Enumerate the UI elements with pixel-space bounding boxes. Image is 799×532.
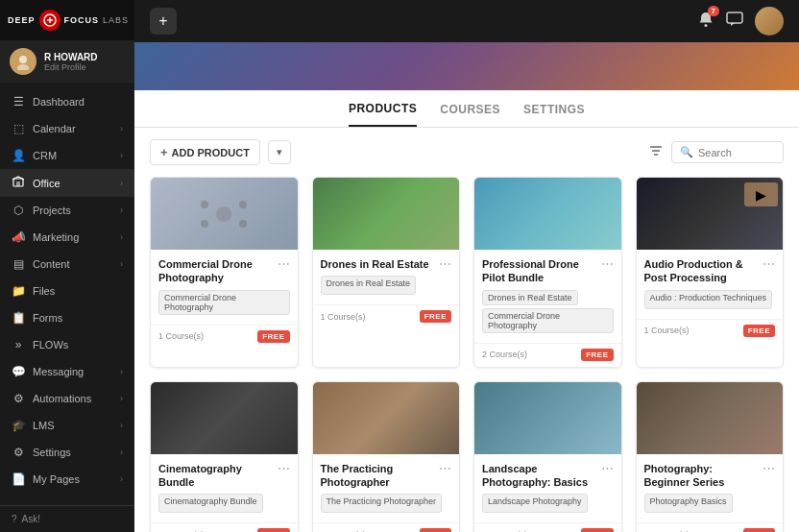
sidebar-item-forms[interactable]: 📋 Forms bbox=[0, 304, 134, 331]
help-button[interactable]: ? Ask! bbox=[0, 505, 134, 532]
toolbar-right: 🔍 bbox=[648, 141, 784, 163]
sidebar-item-content[interactable]: ▤ Content › bbox=[0, 251, 134, 278]
search-icon: 🔍 bbox=[680, 146, 693, 158]
product-footer: 1 Course(s) FREE bbox=[151, 522, 298, 532]
chat-button[interactable] bbox=[726, 11, 743, 32]
product-card: The Practicing Photographer ⋯ The Practi… bbox=[312, 381, 461, 532]
product-menu-button[interactable]: ⋯ bbox=[763, 461, 775, 475]
plus-icon: + bbox=[160, 145, 168, 159]
product-footer: 2 Course(s) FREE bbox=[474, 343, 621, 367]
tab-settings[interactable]: SETTINGS bbox=[523, 103, 585, 126]
chevron-right-icon: › bbox=[120, 447, 123, 457]
product-card: Landscape Photography: Basics ⋯ Landscap… bbox=[473, 381, 622, 532]
search-box: 🔍 bbox=[671, 141, 784, 163]
product-footer: 1 Course(s) FREE bbox=[637, 522, 784, 532]
add-product-label: ADD PRODUCT bbox=[172, 147, 250, 158]
add-button[interactable]: + bbox=[150, 8, 177, 35]
svg-point-4 bbox=[17, 64, 29, 70]
chevron-right-icon: › bbox=[120, 394, 123, 403]
tabs-bar: PRODUCTS COURSES SETTINGS bbox=[134, 90, 799, 128]
sort-button[interactable] bbox=[648, 143, 664, 161]
product-title-row: Landscape Photography: Basics ⋯ bbox=[482, 462, 614, 490]
sidebar-item-label: Messaging bbox=[33, 366, 84, 377]
product-thumbnail bbox=[313, 178, 460, 250]
user-avatar-topbar[interactable] bbox=[755, 7, 784, 36]
add-product-dropdown[interactable]: ▾ bbox=[268, 140, 291, 164]
sidebar-item-calendar[interactable]: ⬚ Calendar › bbox=[0, 115, 134, 142]
my-pages-icon: 📄 bbox=[12, 472, 25, 486]
content-area: PRODUCTS COURSES SETTINGS + ADD PRODUCT … bbox=[134, 90, 799, 532]
product-menu-button[interactable]: ⋯ bbox=[439, 461, 451, 475]
product-menu-button[interactable]: ⋯ bbox=[601, 461, 614, 475]
product-card: Cinematography Bundle ⋯ Cinematography B… bbox=[150, 381, 299, 532]
svg-point-9 bbox=[216, 206, 231, 222]
sidebar-item-automations[interactable]: ⚙ Automations › bbox=[0, 385, 134, 412]
content-icon: ▤ bbox=[12, 257, 25, 271]
courses-count: 1 Course(s) bbox=[158, 331, 204, 341]
product-thumbnail bbox=[474, 178, 621, 250]
help-label: Ask! bbox=[22, 514, 40, 524]
product-tags: Landscape Photography bbox=[482, 494, 614, 513]
product-thumbnail: ▶ bbox=[637, 178, 784, 250]
chevron-right-icon: › bbox=[120, 367, 123, 376]
product-thumbnail bbox=[474, 382, 621, 454]
sidebar-item-marketing[interactable]: 📣 Marketing › bbox=[0, 224, 134, 251]
search-input[interactable] bbox=[698, 147, 775, 158]
product-menu-button[interactable]: ⋯ bbox=[278, 256, 290, 271]
sidebar-item-my-pages[interactable]: 📄 My Pages › bbox=[0, 466, 134, 493]
product-title-row: Audio Production & Post Processing ⋯ bbox=[644, 257, 776, 285]
sidebar: DEEP FOCUS LABS « R HOWARD Edit Profile bbox=[0, 0, 134, 532]
sidebar-item-label: Files bbox=[33, 285, 55, 297]
chevron-right-icon: › bbox=[120, 259, 123, 269]
user-info: R HOWARD Edit Profile bbox=[44, 52, 98, 72]
tab-products[interactable]: PRODUCTS bbox=[349, 102, 417, 127]
sidebar-item-label: My Pages bbox=[33, 473, 80, 485]
sidebar-item-settings[interactable]: ⚙ Settings › bbox=[0, 439, 134, 466]
product-menu-button[interactable]: ⋯ bbox=[601, 256, 614, 271]
free-badge: FREE bbox=[743, 528, 775, 532]
product-tags: Cinematography Bundle bbox=[158, 494, 290, 513]
sidebar-item-office[interactable]: Office › bbox=[0, 169, 134, 197]
projects-icon: ⬡ bbox=[12, 204, 25, 217]
product-thumbnail bbox=[151, 178, 298, 250]
product-tags: Audio : Production Techniques bbox=[644, 290, 776, 309]
add-product-button[interactable]: + ADD PRODUCT bbox=[150, 139, 260, 165]
sidebar-item-files[interactable]: 📁 Files bbox=[0, 278, 134, 304]
sidebar-item-label: Settings bbox=[33, 447, 71, 458]
svg-rect-8 bbox=[727, 12, 742, 23]
sidebar-item-projects[interactable]: ⬡ Projects › bbox=[0, 197, 134, 224]
logo-focus: FOCUS bbox=[64, 15, 100, 25]
sidebar-item-label: CRM bbox=[33, 150, 57, 161]
product-card: Photography: Beginner Series ⋯ Photograp… bbox=[636, 381, 785, 532]
sidebar-item-lms[interactable]: 🎓 LMS › bbox=[0, 412, 134, 439]
product-title: Drones in Real Estate bbox=[321, 257, 436, 271]
product-menu-button[interactable]: ⋯ bbox=[278, 461, 290, 475]
product-menu-button[interactable]: ⋯ bbox=[763, 256, 775, 271]
lms-icon: 🎓 bbox=[12, 419, 25, 432]
files-icon: 📁 bbox=[12, 284, 25, 298]
sidebar-item-dashboard[interactable]: ☰ Dashboard bbox=[0, 88, 134, 115]
product-footer: 1 Course(s) FREE bbox=[151, 325, 298, 349]
product-tags: Drones in Real EstateCommercial Drone Ph… bbox=[482, 290, 614, 333]
product-body: The Practicing Photographer ⋯ The Practi… bbox=[313, 454, 460, 520]
sidebar-item-label: FLOWs bbox=[33, 339, 68, 351]
product-title-row: Drones in Real Estate ⋯ bbox=[321, 257, 452, 271]
sidebar-item-crm[interactable]: 👤 CRM › bbox=[0, 142, 134, 169]
tab-courses[interactable]: COURSES bbox=[440, 103, 500, 126]
product-title: Commercial Drone Photography bbox=[158, 257, 274, 285]
product-thumbnail bbox=[151, 382, 298, 454]
courses-count: 1 Course(s) bbox=[644, 326, 690, 335]
product-menu-button[interactable]: ⋯ bbox=[439, 256, 451, 271]
user-section: R HOWARD Edit Profile bbox=[0, 40, 134, 83]
sidebar-item-messaging[interactable]: 💬 Messaging › bbox=[0, 358, 134, 385]
product-tag: Drones in Real Estate bbox=[321, 276, 417, 295]
question-icon: ? bbox=[12, 514, 17, 524]
main-content: + 7 PRODUCTS bbox=[134, 0, 799, 532]
edit-profile-link[interactable]: Edit Profile bbox=[44, 62, 98, 72]
sidebar-item-flows[interactable]: » FLOWs bbox=[0, 331, 134, 358]
hero-banner bbox=[134, 42, 799, 90]
notifications-button[interactable]: 7 bbox=[697, 11, 714, 32]
automations-icon: ⚙ bbox=[12, 392, 25, 405]
product-tag: Cinematography Bundle bbox=[158, 494, 263, 513]
messaging-icon: 💬 bbox=[12, 365, 25, 378]
